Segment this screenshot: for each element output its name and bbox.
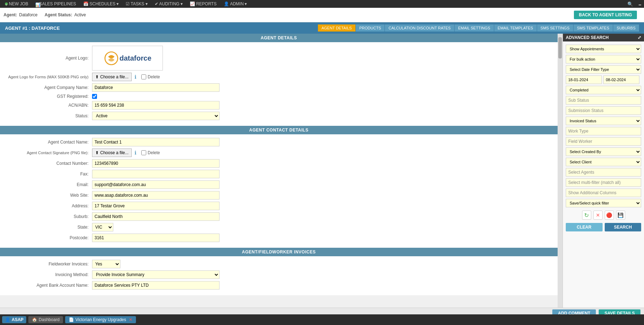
dataforce-logo-icon (103, 50, 119, 66)
cancel-filter-button[interactable]: ✕ (593, 211, 603, 220)
advanced-search-header: ADVANCED SEARCH ⤢ (563, 34, 644, 41)
dataforce-logo-text: dataforce (119, 54, 151, 62)
address-input[interactable] (92, 202, 220, 210)
status-select[interactable]: Active Inactive (92, 112, 220, 120)
tab-sms-templates[interactable]: SMS TEMPLATES (574, 24, 613, 32)
company-name-row: Agent Company Name: (7, 83, 551, 92)
nav-admin[interactable]: 👤 ADMIN ▾ (221, 1, 250, 7)
bank-account-row: Agent Bank Account Name: (7, 281, 551, 290)
search-button[interactable]: SEARCH (605, 223, 642, 231)
state-row: State: VIC NSW QLD WA SA (7, 223, 551, 231)
contact-name-input[interactable] (92, 138, 220, 146)
vertical-scrollbar[interactable] (558, 34, 563, 308)
tab-products[interactable]: PRODUCTS (356, 24, 385, 32)
info-icon[interactable]: ℹ (135, 74, 136, 80)
search-icon[interactable]: 🔍 (625, 1, 635, 7)
tab-calculation-discount-rates[interactable]: CALCULATION DISCOUNT RATES (385, 24, 454, 32)
choose-file-button[interactable]: ⬆ Choose a file... (92, 73, 132, 81)
contact-details-section-header: AGENT CONTACT DETAILS (0, 126, 558, 134)
completed-select[interactable]: Completed (566, 86, 641, 94)
acn-abn-input[interactable] (92, 101, 220, 110)
schedules-icon: 📅 (83, 1, 89, 6)
state-select[interactable]: VIC NSW QLD WA SA (92, 223, 113, 231)
delete-checkbox-wrap[interactable]: Delete (141, 74, 160, 79)
tab-email-settings[interactable]: EMAIL SETTINGS (455, 24, 494, 32)
invoices-section-header: AGENT/FIELDWORKER INVOICES (0, 248, 558, 256)
tab-agent-details[interactable]: AGENT DETAILS (318, 24, 355, 32)
select-created-by-select[interactable]: Select Created By (566, 147, 641, 156)
quick-filter-select[interactable]: Save/Select quick filter (566, 199, 641, 207)
postcode-input[interactable] (92, 234, 220, 242)
save-button[interactable]: 💾 (616, 211, 625, 220)
choose-signature-button[interactable]: ⬆ Choose a file... (92, 149, 132, 157)
tab-sms-settings[interactable]: SMS SETTINGS (537, 24, 573, 32)
postcode-row: Postcode: (7, 234, 551, 242)
contact-number-input[interactable] (92, 159, 220, 168)
nav-auditing[interactable]: ✔ AUDITING ▾ (152, 1, 186, 7)
fax-input[interactable] (92, 170, 220, 178)
invoicing-method-select[interactable]: Provide Invoice Summary Upload Invoice (92, 270, 220, 279)
delete-checkbox[interactable] (141, 74, 146, 79)
contact-details-form: Agent Contact Name: Agent Contact Signat… (0, 134, 558, 248)
invoiced-status-select[interactable]: Invoiced Status (566, 117, 641, 125)
sub-status-label: Sub Status (566, 96, 641, 105)
gst-registered-row: GST Registered: (7, 94, 551, 99)
suburb-input[interactable] (92, 212, 220, 221)
save-red-button[interactable]: 🔴 (605, 211, 614, 220)
page-header: AGENT #1 : DATAFORCE AGENT DETAILS PRODU… (0, 22, 644, 34)
delete2-checkbox[interactable] (141, 150, 146, 155)
bulk-action-select[interactable]: For bulk action (566, 55, 641, 63)
date-from-input[interactable] (566, 75, 602, 84)
info2-icon[interactable]: ℹ (135, 150, 136, 156)
agent-logo-row: Agent Logo: dataforce (7, 46, 551, 71)
contact-name-row: Agent Contact Name: (7, 138, 551, 146)
expand-icon[interactable]: ⤢ (638, 35, 641, 40)
clear-button[interactable]: CLEAR (566, 223, 603, 231)
acn-abn-row: ACN/ABN: (7, 101, 551, 110)
nav-reports[interactable]: 📈 REPORTS (187, 1, 220, 7)
nav-tasks[interactable]: ☑ TASKS ▾ (123, 1, 150, 7)
multi-filter-label: Select multi-filter (match all) (566, 178, 641, 187)
asap-icon: 👤 (5, 317, 10, 318)
nav-sales-pipelines[interactable]: 📊 SALES PIPELINES (33, 1, 79, 7)
delete2-checkbox-wrap[interactable]: Delete (141, 150, 160, 155)
back-to-agent-listing-button[interactable]: BACK TO AGENT LISTING (574, 11, 637, 19)
fax-row: Fax: (7, 170, 551, 178)
upload2-icon: ⬆ (95, 150, 99, 155)
date-filter-type-select[interactable]: Select Date Filter Type (566, 65, 641, 74)
asap-logo[interactable]: 👤 ASAP (2, 316, 26, 318)
date-to-input[interactable] (603, 75, 639, 84)
company-name-input[interactable] (92, 83, 220, 92)
submission-status-label: Submission Status (566, 106, 641, 115)
field-worker-label: Field Worker (566, 137, 641, 146)
scroll-thumb[interactable] (558, 37, 562, 58)
refresh-button[interactable]: ↻ (582, 211, 591, 220)
nav-schedules[interactable]: 📅 SCHEDULES ▾ (80, 1, 121, 7)
show-appointments-select[interactable]: Show Appointments (566, 45, 641, 53)
admin-icon: 👤 (224, 1, 229, 6)
nav-new-job[interactable]: + NEW JOB (2, 1, 31, 7)
taskbar-active-tab[interactable]: 📄 Victorian Energy Upgrades ✕ (65, 316, 136, 318)
tab-close-icon[interactable]: ✕ (129, 317, 132, 318)
select-client-select[interactable]: Select Client (566, 158, 641, 166)
website-input[interactable] (92, 191, 220, 200)
sales-pipelines-icon: 📊 (35, 2, 38, 5)
tasks-icon: ☑ (126, 1, 130, 6)
top-nav: + NEW JOB 📊 SALES PIPELINES 📅 SCHEDULES … (0, 0, 644, 8)
clear-search-row: CLEAR SEARCH (566, 223, 641, 231)
tab-email-templates[interactable]: EMAIL TEMPLATES (494, 24, 537, 32)
main-content: AGENT DETAILS Agent Logo: dataforce Age (0, 34, 558, 308)
gst-registered-checkbox[interactable] (92, 94, 97, 99)
work-type-label: Work Type (566, 127, 641, 135)
contact-signature-row: Agent Contact Signature (PNG file): ⬆ Ch… (7, 149, 551, 157)
status-row: Status: Active Inactive (7, 112, 551, 120)
fieldworker-invoices-select[interactable]: Yes No (92, 260, 120, 268)
email-input[interactable] (92, 180, 220, 189)
bank-account-input[interactable] (92, 281, 220, 290)
tab-suburbs[interactable]: SUBURBS (613, 24, 639, 32)
contact-number-row: Contact Number: (7, 159, 551, 168)
minimize-icon[interactable]: 🗕 (638, 2, 642, 6)
reports-icon: 📈 (190, 1, 195, 6)
taskbar-dashboard-tab[interactable]: 🏠 Dashboard (28, 316, 63, 318)
agent-status-bar: Agent: Dataforce Agent Status: Active (4, 12, 86, 17)
